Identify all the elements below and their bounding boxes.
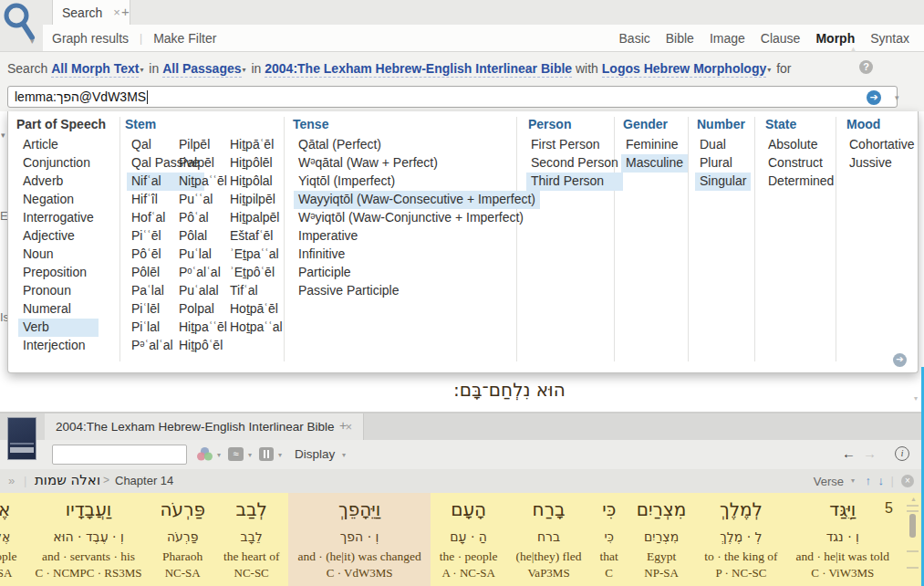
picker-item[interactable]: Wᵊyiqtōl (Waw-Conjunctive + Imperfect) [294, 209, 540, 227]
picker-item[interactable]: Hiṯpôlēl [225, 154, 287, 173]
picker-item[interactable]: Determined [763, 173, 838, 191]
picker-item[interactable]: Hiṯpalpēl [225, 209, 287, 227]
picker-item[interactable]: Hiṯpaʿʿēl [174, 319, 232, 337]
caret-down-icon[interactable]: ▾ [342, 451, 346, 459]
scroll-up-icon[interactable]: ▲ [910, 496, 917, 502]
collapse-icon[interactable]: » [8, 474, 15, 487]
picker-item[interactable]: Passive Participle [294, 282, 540, 300]
picker-item[interactable]: Singular [695, 173, 751, 191]
picker-item[interactable]: Wᵊqātal (Waw + Perfect) [294, 154, 540, 173]
picker-item[interactable]: Verb [18, 319, 99, 337]
breadcrumb-book[interactable]: ואלה שמות [35, 472, 100, 488]
picker-item[interactable]: Hoṯpāʿēl [225, 300, 287, 319]
caret-down-icon[interactable]: ▾ [278, 451, 282, 459]
picker-item[interactable]: Qātal (Perfect) [294, 136, 540, 154]
breadcrumb-chapter[interactable]: Chapter 14 [115, 474, 173, 487]
interlinear-word[interactable]: בָרַח ברח (he|they) fled VaP3MS [507, 493, 591, 586]
picker-item[interactable]: Tifʿal [225, 282, 287, 300]
interlinear-word[interactable]: וַיֵּהָפֵךְ וְ · הפך and · (he|it) was c… [288, 493, 430, 586]
tab-close-icon[interactable]: × [113, 5, 120, 19]
picker-item[interactable]: Dual [695, 136, 751, 154]
picker-item[interactable]: Infinitive [294, 246, 540, 264]
make-filter-button[interactable]: Make Filter [153, 31, 216, 46]
history-back-button[interactable]: ← [842, 445, 856, 461]
interlinear-word[interactable]: לְמֶלֶךְ לְ · מֶלֶךְ to · the king of P … [695, 493, 786, 586]
verse-nav-label[interactable]: Verse [814, 475, 844, 488]
display-menu-button[interactable]: Display [295, 447, 335, 461]
picker-item[interactable]: Construct [763, 154, 838, 173]
picker-item[interactable]: Pᵒʿalʿal [174, 264, 232, 282]
picker-item[interactable]: Pôʿal [174, 209, 232, 227]
picker-item[interactable]: Preposition [18, 264, 99, 282]
search-type-tab[interactable]: Image [710, 31, 745, 46]
visual-filters-icon[interactable] [196, 446, 213, 462]
graph-results-button[interactable]: Graph results [52, 31, 129, 46]
search-query-input[interactable]: lemma:הפך@VdW3MS [7, 86, 898, 108]
picker-item[interactable]: ʾEṯpaʿʿal [225, 246, 287, 264]
history-forward-button[interactable]: → [863, 445, 877, 461]
vertical-scrollbar[interactable]: ▲ [904, 496, 919, 584]
picker-item[interactable]: Interrogative [18, 209, 99, 227]
reference-input[interactable] [52, 445, 187, 465]
interlinear-word[interactable]: אֶל־הָעָם אֶל · הַ · עָם to · the · peop… [0, 493, 26, 586]
criteria-scope-link[interactable]: All Morph Text [51, 61, 139, 78]
picker-item[interactable]: Pôlal [174, 227, 232, 246]
picker-item[interactable]: Numeral [18, 300, 99, 319]
interlinear-word[interactable]: וַיֻּגַּד וְ · נגד and · he|it was told … [787, 493, 898, 586]
caret-down-icon[interactable]: ▾ [217, 451, 221, 459]
picker-item[interactable]: Puʿlal [174, 246, 232, 264]
criteria-passages-link[interactable]: All Passages [162, 61, 241, 78]
picker-item[interactable]: Hiṯpāʿēl [225, 136, 287, 154]
picker-item[interactable]: Wayyiqtōl (Waw-Consecutive + Imperfect) [294, 191, 540, 209]
picker-item[interactable]: Hiṯpilpēl [225, 191, 287, 209]
interlinear-word[interactable]: מִצְרַיִם מִצְרַיִם Egypt NP-SA [628, 493, 695, 586]
picker-item[interactable]: Pilpēl [174, 136, 232, 154]
picker-item[interactable]: Niṯpaʿʿēl [174, 173, 232, 191]
search-type-tab[interactable]: Bible [666, 31, 694, 46]
picker-item[interactable]: Palpēl [174, 154, 232, 173]
panel-menu-caret-icon[interactable]: ▾ [30, 37, 35, 46]
interlinear-word[interactable]: פַּרְעֹה פַּרְעֹה Pharaoh NC-SA [151, 493, 214, 586]
parallel-resources-icon[interactable]: ≈ [228, 447, 244, 461]
scroll-down-icon[interactable]: ▾ [914, 394, 918, 403]
interlinear-word[interactable]: כִּי כִּי that C [591, 493, 628, 586]
picker-item[interactable]: Negation [18, 191, 99, 209]
caret-down-icon[interactable]: ▾ [851, 476, 855, 485]
picker-item[interactable]: Jussive [845, 154, 919, 173]
picker-item[interactable]: Absolute [763, 136, 838, 154]
picker-item[interactable]: Adverb [18, 173, 99, 191]
picker-item[interactable]: Puʿalal [174, 282, 232, 300]
picker-item[interactable]: Yiqtōl (Imperfect) [294, 173, 540, 191]
picker-item[interactable]: Second Person [526, 154, 623, 173]
new-resource-tab-button[interactable]: + [339, 418, 347, 433]
help-icon[interactable]: ? [859, 60, 873, 74]
criteria-resource-link[interactable]: 2004:The Lexham Hebrew-English Interline… [265, 61, 572, 78]
new-tab-button[interactable]: + [121, 4, 130, 19]
run-search-button[interactable]: ➔ [867, 90, 881, 105]
picker-item[interactable]: ʾEṯpôʿēl [225, 264, 287, 282]
interlinear-word[interactable]: לְבַב לֵבָב the heart of NC-SC [214, 493, 288, 586]
clear-results-icon[interactable]: × [901, 475, 914, 487]
scrollbar-thumb[interactable] [909, 514, 916, 538]
info-icon[interactable]: i [895, 446, 909, 461]
picker-item[interactable]: Cohortative [845, 136, 919, 154]
picker-item[interactable]: Pronoun [18, 282, 99, 300]
picker-item[interactable]: Plural [695, 154, 751, 173]
picker-item[interactable]: Feminine [621, 136, 688, 154]
picker-item[interactable]: Conjunction [18, 154, 99, 173]
picker-item[interactable]: Noun [18, 246, 99, 264]
picker-item[interactable]: Hiṯpôlal [225, 173, 287, 191]
search-type-tab[interactable]: Clause [761, 31, 801, 46]
picker-item[interactable]: Polpal [174, 300, 232, 319]
previous-verse-button[interactable]: ↑ [866, 474, 872, 487]
picker-item[interactable]: Eštafʿēl [225, 227, 287, 246]
result-verse-hebrew[interactable]: הוּא נִלְחַם־בָּם: [453, 379, 566, 401]
picker-item[interactable]: Hiṯpôʿēl [174, 337, 232, 355]
picker-item[interactable]: Hoṯpaʿʿal [225, 319, 287, 337]
picker-item[interactable]: Imperative [294, 227, 540, 246]
interlinear-word[interactable]: וַעֲבָדָיו וְ · עֶבֶד · הוּא and · serva… [26, 493, 151, 586]
query-history-caret-icon[interactable]: ▾ [895, 93, 899, 102]
picker-item[interactable]: First Person [526, 136, 623, 154]
interlinear-word[interactable]: הָעָם הַ · עָם the · people A · NC-SA [431, 493, 507, 586]
picker-item[interactable]: Masculine [621, 154, 688, 173]
